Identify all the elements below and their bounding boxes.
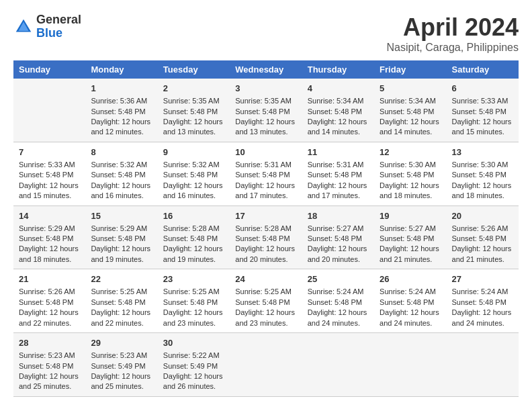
day-info: and 14 minutes. <box>380 127 441 137</box>
day-info: Daylight: 12 hours <box>380 117 441 127</box>
day-info: Daylight: 12 hours <box>163 371 224 381</box>
day-info: Sunrise: 5:28 AM <box>235 224 296 234</box>
day-info: and 26 minutes. <box>163 381 224 392</box>
calendar-cell: 7Sunrise: 5:33 AMSunset: 5:48 PMDaylight… <box>13 142 85 205</box>
day-info: Sunrise: 5:30 AM <box>380 160 441 170</box>
day-info: Sunset: 5:49 PM <box>91 361 152 371</box>
logo: General Blue <box>13 13 81 40</box>
calendar-cell: 10Sunrise: 5:31 AMSunset: 5:48 PMDayligh… <box>230 142 302 205</box>
day-info: Daylight: 12 hours <box>452 117 513 127</box>
day-info: Daylight: 12 hours <box>380 244 441 254</box>
day-info: Sunset: 5:48 PM <box>91 298 152 308</box>
day-header-sunday: Sunday <box>13 60 85 79</box>
day-info: and 15 minutes. <box>19 191 80 201</box>
calendar-cell: 15Sunrise: 5:29 AMSunset: 5:48 PMDayligh… <box>85 205 157 269</box>
day-info: Daylight: 12 hours <box>163 117 224 127</box>
calendar-cell: 1Sunrise: 5:36 AMSunset: 5:48 PMDaylight… <box>85 79 157 142</box>
day-info: Sunrise: 5:33 AM <box>19 160 80 170</box>
day-info: and 16 minutes. <box>91 191 152 201</box>
day-number: 10 <box>235 146 296 158</box>
day-info: Sunrise: 5:27 AM <box>308 224 369 234</box>
calendar-cell: 17Sunrise: 5:28 AMSunset: 5:48 PMDayligh… <box>230 205 302 269</box>
day-info: Daylight: 12 hours <box>91 244 152 254</box>
calendar-cell: 6Sunrise: 5:33 AMSunset: 5:48 PMDaylight… <box>447 79 519 142</box>
calendar-cell: 5Sunrise: 5:34 AMSunset: 5:48 PMDaylight… <box>374 79 446 142</box>
day-info: and 18 minutes. <box>19 255 80 265</box>
day-number: 22 <box>91 273 152 285</box>
day-info: Sunset: 5:48 PM <box>308 234 369 244</box>
calendar-header-row: SundayMondayTuesdayWednesdayThursdayFrid… <box>13 60 519 79</box>
day-info: and 21 minutes. <box>380 255 441 265</box>
calendar-cell: 30Sunrise: 5:22 AMSunset: 5:49 PMDayligh… <box>158 333 230 397</box>
day-info: Daylight: 12 hours <box>308 181 369 191</box>
day-info: Sunset: 5:48 PM <box>452 107 513 117</box>
day-number: 24 <box>235 273 296 285</box>
day-number: 26 <box>380 273 441 285</box>
day-info: Daylight: 12 hours <box>452 308 513 318</box>
day-info: Sunrise: 5:29 AM <box>19 224 80 234</box>
day-info: Sunrise: 5:33 AM <box>452 96 513 106</box>
day-header-thursday: Thursday <box>302 60 374 79</box>
day-info: Daylight: 12 hours <box>308 244 369 254</box>
day-info: Daylight: 12 hours <box>91 117 152 127</box>
day-info: and 20 minutes. <box>235 255 296 265</box>
day-info: Sunset: 5:48 PM <box>91 234 152 244</box>
day-number: 5 <box>380 83 441 95</box>
day-number: 27 <box>452 273 513 285</box>
calendar-cell: 29Sunrise: 5:23 AMSunset: 5:49 PMDayligh… <box>85 333 157 397</box>
day-number: 15 <box>91 210 152 222</box>
day-info: and 17 minutes. <box>235 191 296 201</box>
day-number: 25 <box>308 273 369 285</box>
day-info: Sunrise: 5:24 AM <box>308 287 369 297</box>
day-number: 16 <box>163 210 224 222</box>
day-info: Sunrise: 5:29 AM <box>91 224 152 234</box>
day-number: 2 <box>163 83 224 95</box>
day-info: and 17 minutes. <box>308 191 369 201</box>
day-header-wednesday: Wednesday <box>230 60 302 79</box>
calendar-cell: 11Sunrise: 5:31 AMSunset: 5:48 PMDayligh… <box>302 142 374 205</box>
day-info: Sunrise: 5:25 AM <box>163 287 224 297</box>
day-info: Daylight: 12 hours <box>91 371 152 381</box>
day-info: Sunrise: 5:35 AM <box>163 96 224 106</box>
day-info: Daylight: 12 hours <box>163 181 224 191</box>
day-header-friday: Friday <box>374 60 446 79</box>
day-info: and 19 minutes. <box>163 255 224 265</box>
calendar-cell: 13Sunrise: 5:30 AMSunset: 5:48 PMDayligh… <box>447 142 519 205</box>
calendar-cell <box>447 333 519 397</box>
day-info: Sunset: 5:48 PM <box>380 107 441 117</box>
day-number: 9 <box>163 146 224 158</box>
day-info: Sunrise: 5:25 AM <box>91 287 152 297</box>
day-info: Daylight: 12 hours <box>19 181 80 191</box>
calendar-week-row: 1Sunrise: 5:36 AMSunset: 5:48 PMDaylight… <box>13 79 519 142</box>
day-number: 20 <box>452 210 513 222</box>
day-info: Sunrise: 5:22 AM <box>163 351 224 361</box>
day-info: and 25 minutes. <box>91 381 152 392</box>
page-title: April 2024 <box>386 13 519 42</box>
day-info: Daylight: 12 hours <box>308 308 369 318</box>
day-header-monday: Monday <box>85 60 157 79</box>
day-info: Sunset: 5:48 PM <box>235 298 296 308</box>
logo-blue: Blue <box>36 27 81 40</box>
calendar-cell <box>13 79 85 142</box>
day-info: Daylight: 12 hours <box>235 117 296 127</box>
day-info: and 16 minutes. <box>163 191 224 201</box>
calendar-cell: 18Sunrise: 5:27 AMSunset: 5:48 PMDayligh… <box>302 205 374 269</box>
day-info: Sunrise: 5:36 AM <box>91 96 152 106</box>
day-info: Daylight: 12 hours <box>308 117 369 127</box>
day-info: Daylight: 12 hours <box>19 308 80 318</box>
calendar-week-row: 7Sunrise: 5:33 AMSunset: 5:48 PMDaylight… <box>13 142 519 205</box>
day-info: Daylight: 12 hours <box>91 308 152 318</box>
day-info: Sunset: 5:48 PM <box>163 170 224 180</box>
day-info: Sunset: 5:48 PM <box>163 298 224 308</box>
day-info: and 19 minutes. <box>91 255 152 265</box>
calendar-cell: 19Sunrise: 5:27 AMSunset: 5:48 PMDayligh… <box>374 205 446 269</box>
day-info: Sunset: 5:48 PM <box>380 234 441 244</box>
calendar-week-row: 21Sunrise: 5:26 AMSunset: 5:48 PMDayligh… <box>13 269 519 333</box>
day-info: Daylight: 12 hours <box>235 244 296 254</box>
day-info: Daylight: 12 hours <box>380 181 441 191</box>
day-number: 3 <box>235 83 296 95</box>
day-info: Sunrise: 5:23 AM <box>91 351 152 361</box>
day-info: Daylight: 12 hours <box>163 308 224 318</box>
day-number: 7 <box>19 146 80 158</box>
logo-text: General Blue <box>36 13 81 40</box>
